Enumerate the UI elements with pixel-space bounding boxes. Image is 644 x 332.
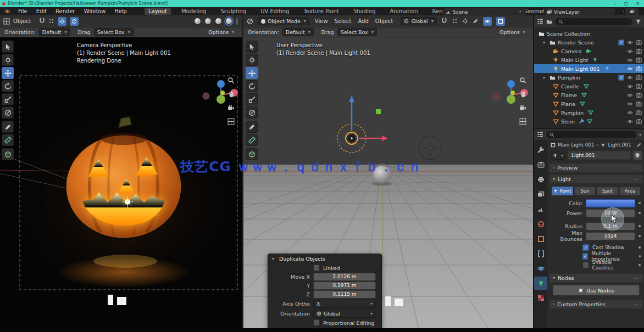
- tool-cursor[interactable]: [246, 54, 258, 66]
- tool-scale[interactable]: [246, 93, 258, 105]
- menu-render[interactable]: Render: [54, 8, 76, 14]
- move-y-field[interactable]: 0.1971 m: [313, 282, 376, 290]
- orientation-setting-dropdown[interactable]: Default: [282, 28, 314, 36]
- proportional-editing-checkbox[interactable]: [313, 319, 320, 326]
- menu-object[interactable]: Object: [374, 18, 395, 24]
- menu-edit[interactable]: Edit: [35, 8, 48, 14]
- outliner-row-pumpkin-mesh[interactable]: Pumpkin: [534, 108, 644, 117]
- gizmo-x-neg-axis[interactable]: [493, 93, 499, 99]
- section-menu-icon[interactable]: ⋯: [634, 275, 640, 281]
- animate-dot[interactable]: [639, 255, 641, 257]
- tool-measure[interactable]: [2, 134, 14, 146]
- snap-magnet-icon[interactable]: [39, 18, 45, 24]
- drag-dropdown[interactable]: Select Box: [337, 28, 377, 36]
- properties-editor-icon[interactable]: [537, 131, 543, 138]
- preview-section-header[interactable]: › Preview ⋯: [549, 164, 643, 172]
- annotate-pen-icon[interactable]: [473, 18, 479, 24]
- use-nodes-button[interactable]: Use Nodes: [553, 285, 640, 296]
- orientation-dropdown[interactable]: Global: [313, 310, 376, 318]
- pan-hand-icon[interactable]: [521, 91, 525, 97]
- menu-add[interactable]: Add: [357, 18, 369, 24]
- render-visibility-icon[interactable]: [636, 57, 642, 63]
- light-type-sun[interactable]: Sun: [574, 187, 596, 195]
- options-dropdown[interactable]: Options: [205, 28, 237, 36]
- animate-dot[interactable]: [639, 264, 641, 266]
- tool-measure[interactable]: [246, 134, 258, 146]
- multiple-importance-checkbox[interactable]: [582, 253, 588, 260]
- menu-file[interactable]: File: [17, 8, 29, 14]
- render-canvas[interactable]: [0, 37, 242, 332]
- editor-type-icon[interactable]: [247, 18, 253, 25]
- tool-transform[interactable]: [2, 106, 14, 119]
- left-object-menu[interactable]: Object: [13, 18, 31, 24]
- gizmo-toggle[interactable]: [70, 17, 79, 26]
- light-type-point[interactable]: Point: [552, 187, 573, 195]
- tool-select-box[interactable]: [2, 41, 14, 53]
- light-section-header[interactable]: ▾ Light ⋯: [549, 175, 643, 183]
- move-z-field[interactable]: 0.1115 m: [313, 290, 376, 299]
- breadcrumb-data[interactable]: Light.001: [608, 142, 631, 148]
- snap-magnet-icon[interactable]: [441, 18, 447, 24]
- transform-pivot-icon[interactable]: [48, 18, 54, 24]
- hide-eye-icon[interactable]: [627, 66, 633, 72]
- animate-dot[interactable]: [639, 202, 641, 204]
- light-type-spot[interactable]: Spot: [597, 187, 618, 195]
- move-x-field[interactable]: 2.0126 m: [313, 273, 376, 281]
- hide-eye-icon[interactable]: [627, 110, 633, 116]
- tab-render[interactable]: [534, 158, 547, 171]
- snap-target-icon[interactable]: [452, 18, 458, 24]
- menu-select[interactable]: Select: [334, 18, 353, 24]
- linked-checkbox[interactable]: [313, 265, 320, 271]
- left-3d-viewport[interactable]: Camera Perspective (1) Render Scene | Ma…: [0, 37, 242, 332]
- hide-eye-icon[interactable]: [627, 83, 633, 89]
- workspace-tab-shading[interactable]: Shading: [349, 8, 380, 15]
- animate-dot[interactable]: [639, 225, 641, 227]
- overlays-toggle[interactable]: [483, 17, 492, 26]
- workspace-tab-layout[interactable]: Layout: [145, 8, 171, 15]
- hide-eye-icon[interactable]: [627, 101, 633, 107]
- menu-help[interactable]: Help: [113, 8, 128, 14]
- render-visibility-icon[interactable]: [636, 48, 642, 54]
- expand-caret-icon[interactable]: ▾: [543, 75, 547, 80]
- shading-wireframe-toggle[interactable]: [194, 18, 201, 25]
- snap-toggle[interactable]: [58, 17, 66, 26]
- gizmo-z-axis[interactable]: [217, 80, 225, 88]
- workspace-tab-modeling[interactable]: Modeling: [177, 8, 210, 15]
- light-datablock-menu[interactable]: [551, 151, 565, 160]
- hide-eye-icon[interactable]: [627, 40, 633, 46]
- minimize-button[interactable]: –: [614, 1, 617, 7]
- close-button[interactable]: ✕: [636, 1, 640, 6]
- animate-dot[interactable]: [639, 235, 641, 237]
- tab-physics[interactable]: [534, 262, 547, 275]
- tab-scene[interactable]: [534, 202, 547, 216]
- workspace-tab-texture-paint[interactable]: Texture Paint: [299, 8, 343, 15]
- render-visibility-icon[interactable]: [636, 119, 642, 125]
- properties-search-input[interactable]: [546, 131, 636, 138]
- options-dropdown[interactable]: Options: [496, 28, 529, 36]
- nodes-section-header[interactable]: ▾ Nodes ⋯: [549, 274, 643, 282]
- gizmo-y-axis[interactable]: [507, 95, 515, 104]
- render-visibility-icon[interactable]: [636, 110, 642, 116]
- render-visibility-icon[interactable]: [636, 92, 642, 98]
- expand-caret-icon[interactable]: ▾: [543, 40, 547, 45]
- fake-user-button[interactable]: [633, 151, 642, 160]
- hide-eye-icon[interactable]: [627, 119, 633, 125]
- outliner-row-pumpkin-collection[interactable]: ▾ Pumpkin: [534, 73, 644, 82]
- color-swatch[interactable]: [586, 199, 635, 207]
- filter-icon[interactable]: [635, 19, 641, 25]
- tool-rotate[interactable]: [246, 80, 258, 92]
- tool-add-cube[interactable]: [2, 148, 14, 160]
- tab-object-data[interactable]: [534, 277, 547, 290]
- tab-constraints[interactable]: [534, 247, 547, 260]
- hide-eye-icon[interactable]: [627, 48, 633, 54]
- tool-move[interactable]: [2, 67, 14, 79]
- cast-shadow-checkbox[interactable]: [582, 244, 589, 251]
- hide-eye-icon[interactable]: [627, 57, 633, 63]
- gizmo-y-axis[interactable]: [216, 95, 225, 104]
- new-scene-button[interactable]: ＋: [518, 8, 523, 15]
- collapse-caret-icon[interactable]: ▾: [272, 256, 276, 261]
- render-visibility-icon[interactable]: [636, 101, 642, 107]
- axis-ortho-dropdown[interactable]: X: [313, 300, 376, 308]
- hide-eye-icon[interactable]: [627, 75, 633, 81]
- menu-window[interactable]: Window: [83, 8, 107, 14]
